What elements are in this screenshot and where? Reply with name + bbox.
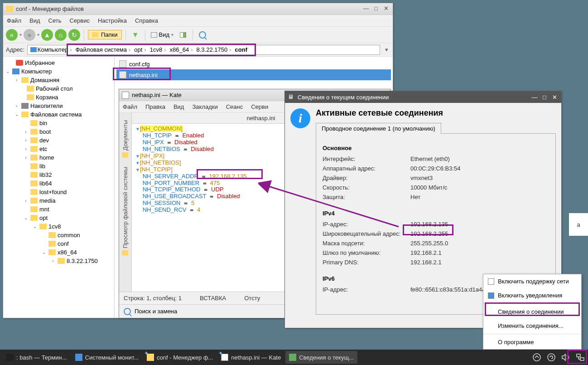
tree-computer[interactable]: ⌄Компьютер [3,67,114,76]
crumb-ver[interactable]: 8.3.22.1750› [196,46,233,53]
cursor-position[interactable]: Строка: 1, столбец: 1 [124,295,182,302]
home-button[interactable]: ⌂ [55,29,67,41]
ctx-about[interactable]: О программе [483,335,581,349]
conn-window-title: Сведения о текущем соединении [298,94,529,101]
ctx-connection-info[interactable]: Сведения о соединении [483,305,581,319]
menu-help[interactable]: Справка [135,17,158,24]
row-driver: Драйвер:vmxnet3 [323,173,549,183]
tree-lib[interactable]: lib [3,162,114,170]
tree-dev[interactable]: ›dev [3,136,114,145]
tree-media[interactable]: ›media [3,196,114,205]
up-button[interactable]: ▲ [41,29,53,41]
maximize-button[interactable]: □ [372,5,380,13]
minimize-button[interactable]: — [530,94,539,101]
terminal-icon [6,354,14,361]
tree-lostfound[interactable]: lost+found [3,188,114,196]
crumb-1cv8[interactable]: 1cv8› [149,46,168,53]
checkbox-icon [488,278,494,285]
fwd-dd-icon[interactable]: ▾ [37,32,39,37]
separator [483,334,581,334]
menu-view[interactable]: Вид [29,17,40,24]
menu-network[interactable]: Сеть [48,17,62,24]
tree-boot[interactable]: ›boot [3,127,114,136]
tree-home2[interactable]: ›home [3,153,114,162]
refresh-button[interactable]: ↻ [68,29,80,41]
tray-sync-icon[interactable] [546,352,556,362]
menu-service[interactable]: Сервис [69,17,90,24]
conn-titlebar[interactable]: 🖥 Сведения о текущем соединении — □ ✕ [285,91,561,103]
monitor-icon [75,354,82,361]
task-kate[interactable]: ✦nethasp.ini — Kate [217,351,284,364]
ctx-edit-connections[interactable]: Изменить соединения... [483,319,581,333]
minimize-button[interactable]: — [362,5,370,13]
folders-toggle[interactable]: Папки [88,30,122,39]
crumb-fs[interactable]: Файловая система› [74,46,132,53]
kate-menu-session[interactable]: Сеанс [226,103,243,110]
task-filemanager[interactable]: ✦conf - Менеджер ф... [143,351,217,364]
row-hwaddr: Аппаратный адрес:00:0C:29:C6:B3:54 [323,164,549,173]
network-icon: 🖥 [288,93,295,101]
side-tab-fsbrowse[interactable]: Просмотр файловой системы [121,163,130,259]
tree-opt[interactable]: ⌄opt [3,214,114,222]
task-sysmon[interactable]: Системный монит... [72,351,142,364]
tray-network-icon[interactable] [575,352,585,362]
kate-menu-view[interactable]: Вид [174,103,184,110]
tree-conf[interactable]: conf [3,239,114,248]
kate-menu-edit[interactable]: Правка [145,103,165,110]
tree-lib64[interactable]: lib64 [3,179,114,188]
tree-lib32[interactable]: lib32 [3,170,114,179]
tray-expand-icon[interactable] [532,352,542,362]
fm-tree[interactable]: Избранное ⌄Компьютер ›Домашняя Рабочий с… [3,57,115,318]
kate-menu-file[interactable]: Файл [123,103,137,110]
crumb-conf[interactable]: conf [234,46,248,53]
indent-mode[interactable]: Отсту [244,295,260,302]
close-button[interactable]: ✕ [382,5,390,13]
ctx-enable-network[interactable]: Включить поддержку сети [483,274,581,288]
crumb-computer[interactable]: Компьютер› [29,46,74,53]
back-button[interactable]: « [6,29,18,41]
tree-bin[interactable]: bin [3,119,114,127]
tree-version[interactable]: ›8.3.22.1750 [3,257,114,265]
tree-home[interactable]: ›Домашняя [3,76,114,84]
task-conninfo[interactable]: Сведения о текущ... [285,351,357,364]
tree-1cv8[interactable]: ⌄1cv8 [3,222,114,231]
tree-trash[interactable]: Корзина [3,93,114,102]
filter-button[interactable]: ▼ [130,29,141,41]
close-button[interactable]: ✕ [550,94,559,101]
fm-menubar: Файл Вид Сеть Сервис Настройка Справка [3,15,393,27]
task-terminal[interactable]: : bash — Термин... [3,351,71,364]
menu-settings[interactable]: Настройка [98,17,127,24]
split-button[interactable] [177,29,189,41]
kate-menu-bookmarks[interactable]: Закладки [192,103,217,110]
tree-favorites[interactable]: Избранное [3,58,114,67]
file-conf-cfg[interactable]: conf.cfg [116,58,391,69]
kate-menu-service[interactable]: Серви [251,103,268,110]
back-dd-icon[interactable]: ▾ [19,32,22,37]
fm-titlebar[interactable]: conf - Менеджер файлов — □ ✕ [3,3,393,15]
insert-mode[interactable]: ВСТАВКА [200,295,226,302]
tree-common[interactable]: common [3,231,114,239]
tray-volume-icon[interactable] [561,352,571,362]
maximize-button[interactable]: □ [540,94,549,101]
tree-x86-64[interactable]: ⌄x86_64 [3,248,114,257]
star-icon: ✦ [218,351,223,356]
ctx-enable-notifications[interactable]: Включить уведомления [483,288,581,302]
conn-tab-wired[interactable]: Проводное соединение 1 (по умолчанию) [316,123,441,134]
file-nethasp-ini[interactable]: nethasp.ini [116,69,391,80]
view-mode-button[interactable]: Вид▾ [149,29,176,41]
fm-addressbar: Адрес: Компьютер› Файловая система› opt›… [3,43,393,57]
tree-mnt[interactable]: mnt [3,205,114,214]
crumb-opt[interactable]: opt› [133,46,148,53]
separator [193,29,193,40]
address-dropdown-icon[interactable]: ▾ [383,46,390,53]
address-box[interactable]: Компьютер› Файловая система› opt› 1cv8› … [27,45,380,55]
search-button[interactable] [197,29,208,41]
forward-button[interactable]: » [24,29,35,41]
tree-fs[interactable]: ⌄Файловая система [3,110,114,119]
side-tab-documents[interactable]: Документы [121,117,130,161]
tree-etc[interactable]: ›etc [3,145,114,153]
crumb-x86[interactable]: x86_64› [169,46,195,53]
tree-desktop[interactable]: Рабочий стол [3,84,114,93]
tree-mounts[interactable]: ›Накопители [3,102,114,110]
menu-file[interactable]: Файл [7,17,21,24]
